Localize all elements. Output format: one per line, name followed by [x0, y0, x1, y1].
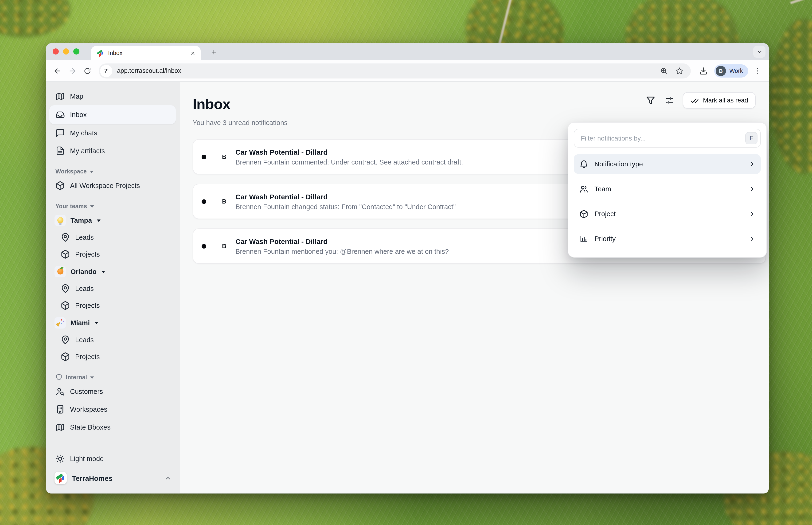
sidebar-item-inbox[interactable]: Inbox: [49, 105, 176, 124]
url-text[interactable]: app.terrascout.ai/inbox: [117, 67, 653, 74]
sidebar-item-state-bboxes[interactable]: State Bboxes: [46, 418, 180, 436]
section-label-text: Your teams: [56, 203, 87, 210]
teams-section-header[interactable]: Your teams: [46, 203, 180, 210]
sidebar-item-my-chats[interactable]: My chats: [46, 124, 180, 142]
minimize-window-button[interactable]: [63, 48, 69, 55]
browser-tab[interactable]: Inbox: [91, 46, 201, 60]
filter-search: F: [574, 129, 761, 148]
sidebar-item-orlando-leads[interactable]: Leads: [46, 280, 180, 297]
internal-section-header[interactable]: Internal: [46, 374, 180, 381]
sidebar-item-map[interactable]: Map: [46, 87, 180, 105]
sidebar-item-label: State Bboxes: [70, 423, 111, 431]
sidebar-item-customers[interactable]: Customers: [46, 382, 180, 401]
section-label-text: Internal: [66, 374, 87, 380]
display-settings-icon[interactable]: [664, 95, 675, 106]
address-bar[interactable]: app.terrascout.ai/inbox: [99, 63, 691, 78]
filter-option-label: Team: [594, 185, 611, 193]
profile-avatar: B: [716, 65, 726, 76]
workspace-switcher[interactable]: TerraHomes: [46, 468, 180, 488]
filter-option-label: Priority: [594, 235, 616, 242]
filter-option-priority[interactable]: Priority: [574, 229, 761, 249]
fullscreen-window-button[interactable]: [73, 48, 79, 55]
sidebar-item-all-workspace-projects[interactable]: All Workspace Projects: [46, 177, 180, 195]
notification-text: Car Wash Potential - Dillard Brennen Fou…: [235, 237, 449, 255]
team-row-miami[interactable]: Miami: [46, 314, 180, 331]
sidebar-item-label: Customers: [70, 388, 103, 395]
chevron-right-icon: [749, 186, 755, 192]
theme-toggle[interactable]: Light mode: [46, 450, 180, 468]
mark-all-as-read-button[interactable]: Mark all as read: [683, 92, 756, 108]
unread-dot: [202, 199, 206, 204]
back-button[interactable]: [50, 64, 64, 78]
notification-body: Brennen Fountain commented: Under contra…: [235, 158, 463, 166]
sidebar-item-tampa-projects[interactable]: Projects: [46, 246, 180, 263]
filter-option-notification-type[interactable]: Notification type: [574, 154, 761, 174]
sidebar-item-label: Inbox: [70, 111, 87, 118]
unread-dot: [202, 154, 206, 159]
chevron-right-icon: [749, 211, 755, 217]
profile-label: Work: [729, 68, 743, 74]
filter-dropdown-panel: F Notification type Team Project Priorit…: [568, 122, 767, 258]
sidebar: Map Inbox My chats My artifacts Workspac…: [46, 82, 180, 493]
browser-profile-chip[interactable]: B Work: [714, 64, 748, 77]
browser-tab-strip: Inbox: [46, 43, 769, 60]
tree-cluster: [0, 0, 71, 38]
sidebar-item-label: My chats: [70, 129, 97, 137]
browser-menu-icon[interactable]: [750, 64, 765, 78]
team-name: Miami: [71, 319, 90, 327]
team-row-tampa[interactable]: Tampa: [46, 211, 180, 229]
tree-cluster: [771, 19, 812, 174]
avatar: B: [219, 198, 229, 205]
workspace-section-header[interactable]: Workspace: [46, 168, 180, 175]
orange-emoji-icon: [55, 266, 66, 277]
bookmark-star-icon[interactable]: [674, 66, 685, 75]
notification-body: Brennen Fountain mentioned you: @Brennen…: [235, 247, 449, 255]
terrascout-favicon: [96, 49, 104, 57]
unread-dot: [202, 244, 206, 249]
sidebar-item-workspaces[interactable]: Workspaces: [46, 401, 180, 418]
chevron-down-icon: [90, 170, 94, 173]
sidebar-item-label: My artifacts: [70, 147, 105, 155]
sidebar-item-label: Map: [70, 93, 83, 100]
sidebar-spacer: [46, 436, 180, 450]
notification-body: Brennen Fountain changed status: From "C…: [235, 203, 456, 210]
site-info-icon[interactable]: [100, 65, 112, 77]
team-name: Orlando: [71, 268, 96, 275]
screen: Inbox app.terrascout.ai/inbox B Work: [0, 0, 812, 525]
shield-icon: [56, 374, 62, 381]
avatar: B: [219, 153, 229, 160]
tab-search-chevron-button[interactable]: [753, 46, 765, 58]
chevron-up-icon[interactable]: [165, 475, 171, 481]
chevron-down-icon: [96, 219, 100, 222]
team-row-orlando[interactable]: Orlando: [46, 263, 180, 280]
sidebar-item-label: Leads: [75, 234, 94, 241]
close-window-button[interactable]: [52, 48, 59, 55]
cube-icon: [579, 209, 588, 218]
window-controls: [52, 48, 79, 55]
downloads-icon[interactable]: [696, 63, 711, 78]
users-icon: [579, 184, 588, 193]
avatar: B: [219, 243, 229, 249]
sidebar-item-miami-leads[interactable]: Leads: [46, 331, 180, 348]
sidebar-item-my-artifacts[interactable]: My artifacts: [46, 142, 180, 160]
zoom-page-icon[interactable]: [658, 67, 669, 75]
notification-text: Car Wash Potential - Dillard Brennen Fou…: [235, 148, 463, 166]
keyboard-shortcut-badge: F: [745, 132, 757, 144]
filter-option-project[interactable]: Project: [574, 204, 761, 224]
filter-option-label: Notification type: [594, 160, 643, 168]
sidebar-item-label: Projects: [75, 251, 100, 258]
sidebar-item-miami-projects[interactable]: Projects: [46, 348, 180, 365]
close-tab-icon[interactable]: [189, 49, 197, 57]
filter-funnel-icon[interactable]: [645, 95, 657, 106]
chevron-right-icon: [749, 236, 755, 242]
filter-search-input[interactable]: [574, 129, 761, 148]
forward-button[interactable]: [65, 64, 79, 78]
filter-option-team[interactable]: Team: [574, 179, 761, 199]
new-tab-button[interactable]: [209, 47, 219, 57]
mark-all-label: Mark all as read: [703, 97, 748, 104]
sidebar-item-tampa-leads[interactable]: Leads: [46, 229, 180, 246]
party-popper-emoji-icon: [55, 317, 66, 328]
sidebar-item-orlando-projects[interactable]: Projects: [46, 297, 180, 314]
theme-toggle-label: Light mode: [70, 455, 104, 463]
reload-button[interactable]: [80, 64, 94, 78]
